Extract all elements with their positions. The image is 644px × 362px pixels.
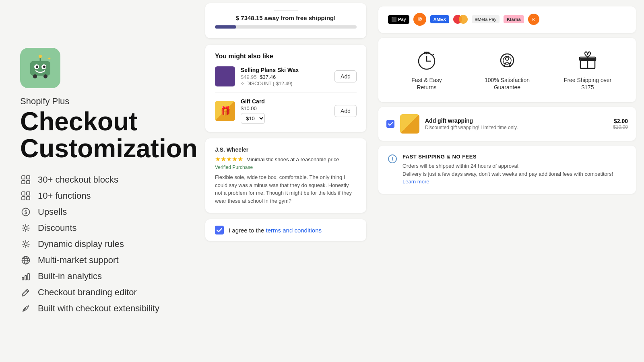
ski-wax-info: Selling Plans Ski Wax $49.95 $37.46 ✧ DI… [241,67,329,86]
feature-label-markets: Multi-market support [38,255,119,265]
globe-icon [20,255,31,266]
svg-rect-1 [30,61,50,76]
fast-shipping-title: FAST SHIPPING & NO FEES [402,154,626,160]
feature-list: 30+ checkout blocks 10+ functions $ Upse… [20,174,181,314]
svg-rect-15 [22,192,25,195]
feature-label-upsells: Upsells [38,207,67,217]
svg-rect-17 [22,197,25,200]
svg-rect-12 [27,176,30,179]
logo-svg: ✦ [26,54,54,82]
dollar-icon: $ [20,206,31,218]
gift-box-icon [576,49,599,72]
svg-text:$: $ [25,210,27,215]
denomination-select[interactable]: $10 $25 $50 [241,113,265,124]
learn-more-link[interactable]: Learn more [402,179,429,185]
feature-item-dynamic: Dynamic display rules [20,239,181,250]
free-shipping-label: Free Shipping over $175 [564,76,612,91]
svg-rect-14 [27,181,30,184]
gift-wrap-info: Add gift wrapping Discounted gift wrappi… [425,117,607,130]
svg-point-22 [25,243,27,246]
bitcoin-badge: ₿ [528,14,539,25]
feature-item-markets: Multi-market support [20,255,181,266]
trust-fast-returns: Fast & Easy Returns [402,49,451,91]
settings-icon [20,222,31,234]
svg-point-9 [43,74,47,78]
ski-wax-add-button[interactable]: Add [334,70,357,82]
crypto-badge: Ⓜ [413,13,426,26]
satisfaction-label: 100% Satisfaction Guarantee [483,76,531,91]
gift-wrap-new-price: $2.00 [613,118,628,124]
reviewer-name: J.S. Wheeler [215,146,357,153]
main-title: Checkout Customization [20,108,181,162]
shipping-bar-card: $ 7348.15 away from free shipping! [205,3,366,38]
upsell-item-gift-card: 🎁 Gift Card $10.00 $10 $25 $50 Add [215,98,357,124]
feature-label-discounts: Discounts [38,223,77,233]
gift-card-info: Gift Card $10.00 $10 $25 $50 [241,98,329,124]
svg-rect-18 [27,197,30,200]
gift-card-add-button[interactable]: Add [334,105,357,117]
app-logo: ✦ [20,48,60,88]
trust-free-shipping: Free Shipping over $175 [564,49,612,91]
fast-shipping-content: FAST SHIPPING & NO FEES Orders will be s… [402,154,626,186]
svg-rect-13 [22,181,25,184]
gift-wrap-old-price: $10.00 [613,124,628,130]
svg-text:✦: ✦ [47,56,51,62]
feature-label-extensibility: Built with checkout extensibility [38,303,159,314]
meta-pay-badge: ≡Meta Pay [472,15,500,23]
star-rating: ★★★★★ [215,155,243,163]
fast-shipping-card: ℹ FAST SHIPPING & NO FEES Orders will be… [378,146,636,194]
feature-label-functions: 10+ functions [38,191,91,201]
apple-pay-badge: ⬛ Pay [388,15,409,24]
medal-icon [496,49,518,72]
svg-point-36 [506,57,509,60]
svg-rect-28 [22,278,24,280]
terms-text: I agree to the terms and conditions [229,227,322,234]
feature-item-analytics: Built-in analytics [20,271,181,282]
payment-logos: ⬛ Pay Ⓜ AMEX ≡Meta Pay Klarna ₿ [388,13,626,26]
feature-item-functions: 10+ functions [20,190,181,202]
feature-item-branding: Checkout branding editor [20,287,181,298]
gift-wrap-desc: Discounted gift wrapping! Limited time o… [425,125,607,130]
feature-item-upsells: $ Upsells [20,206,181,218]
progress-bar-fill [215,25,236,29]
fast-returns-label: Fast & Easy Returns [402,76,451,91]
fast-shipping-text: Orders will be shipped within 24 hours o… [402,162,626,186]
feature-label-blocks: 30+ checkout blocks [38,175,118,185]
gift-wrap-card: Add gift wrapping Discounted gift wrappi… [378,107,636,141]
upsell-title: You might also like [215,53,357,60]
terms-card: I agree to the terms and conditions [205,219,366,241]
gift-card-image: 🎁 [215,101,235,121]
leaf-icon [20,303,31,314]
feature-item-extensibility: Built with checkout extensibility [20,303,181,314]
gift-wrap-checkbox[interactable] [386,120,394,128]
ski-wax-name: Selling Plans Ski Wax [241,67,329,73]
gift-card-price: $10.00 [241,105,329,111]
right-panel: ⬛ Pay Ⓜ AMEX ≡Meta Pay Klarna ₿ [370,0,644,362]
settings-icon [20,239,31,250]
trust-badges-card: Fast & Easy Returns 100% Satisfaction Gu… [378,38,636,102]
klarna-badge: Klarna [504,15,524,23]
checkmark-icon [217,228,222,232]
center-panel: $ 7348.15 away from free shipping! You m… [201,0,370,362]
upsell-card: You might also like Selling Plans Ski Wa… [205,45,366,132]
grid-icon [20,174,31,185]
divider [274,10,298,11]
svg-rect-29 [25,276,27,280]
stopwatch-icon [415,49,438,72]
terms-checkbox[interactable] [215,226,224,234]
svg-point-4 [36,66,38,68]
chart-icon [20,271,31,282]
terms-link[interactable]: terms and conditions [266,227,322,234]
ski-wax-image [215,66,235,86]
gift-wrap-title: Add gift wrapping [425,117,607,124]
review-text: Flexible sole, wide toe box, comfortable… [215,173,357,205]
gift-card-name: Gift Card [241,98,329,105]
svg-line-31 [26,290,28,292]
review-stars-row: ★★★★★ Minimalistic shoes at a reasonable… [215,155,357,164]
shopify-plus-label: Shopify Plus [20,96,181,107]
svg-rect-11 [22,176,25,179]
upsell-item-ski-wax: Selling Plans Ski Wax $49.95 $37.46 ✧ DI… [215,66,357,93]
amex-badge: AMEX [430,15,450,23]
grid-icon [20,190,31,202]
review-card: J.S. Wheeler ★★★★★ Minimalistic shoes at… [205,138,366,213]
